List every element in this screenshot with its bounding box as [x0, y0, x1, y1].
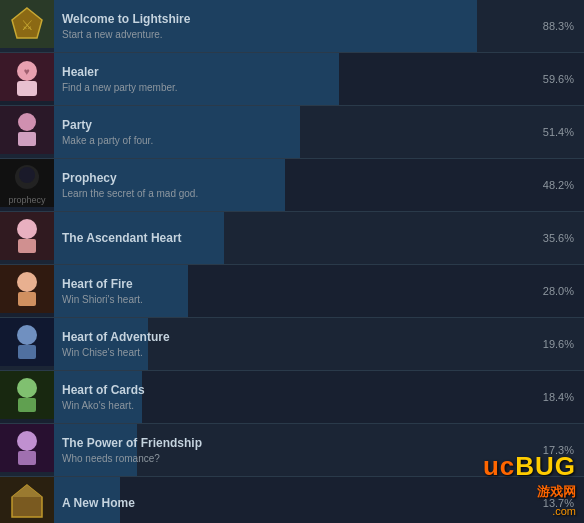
- achievement-list: ⚔Welcome to LightshireStart a new advent…: [0, 0, 584, 523]
- achievement-percent: 48.2%: [533, 159, 584, 211]
- achievement-desc: Make a party of four.: [62, 134, 525, 147]
- svg-point-21: [17, 325, 37, 345]
- achievement-icon-healer: ♥: [0, 53, 54, 105]
- achievement-percent: 19.6%: [533, 318, 584, 370]
- achievement-icon-welcome: ⚔: [0, 0, 54, 52]
- achievement-desc: Win Shiori's heart.: [62, 293, 525, 306]
- achievement-title: Welcome to Lightshire: [62, 11, 525, 28]
- achievement-title: Heart of Adventure: [62, 329, 525, 346]
- svg-rect-28: [18, 451, 36, 465]
- achievement-icon-newhome: [0, 477, 54, 523]
- achievement-title: Heart of Cards: [62, 382, 525, 399]
- achievement-percent: 17.3%: [533, 424, 584, 476]
- achievement-desc: Find a new party member.: [62, 81, 525, 94]
- achievement-row: The Ascendant Heart35.6%: [0, 212, 584, 265]
- achievement-desc: Start a new adventure.: [62, 28, 525, 41]
- achievement-percent: 59.6%: [533, 53, 584, 105]
- achievement-percent: 13.7%: [533, 477, 584, 523]
- svg-point-27: [17, 431, 37, 451]
- svg-rect-25: [18, 398, 36, 412]
- achievement-row: prophecyProphecyLearn the secret of a ma…: [0, 159, 584, 212]
- svg-point-15: [17, 219, 37, 239]
- achievement-title: Heart of Fire: [62, 276, 525, 293]
- svg-point-24: [17, 378, 37, 398]
- svg-point-8: [18, 113, 36, 131]
- achievement-percent: 51.4%: [533, 106, 584, 158]
- achievement-row: A New Home13.7%: [0, 477, 584, 523]
- svg-rect-16: [18, 239, 36, 253]
- achievement-percent: 88.3%: [533, 0, 584, 52]
- svg-text:⚔: ⚔: [21, 17, 34, 33]
- achievement-desc: Win Ako's heart.: [62, 399, 525, 412]
- achievement-percent: 18.4%: [533, 371, 584, 423]
- achievement-title: Healer: [62, 64, 525, 81]
- achievement-desc: Who needs romance?: [62, 452, 525, 465]
- achievement-icon-fire: [0, 265, 54, 317]
- achievement-icon-cards: [0, 371, 54, 423]
- achievement-desc: Learn the secret of a mad god.: [62, 187, 525, 200]
- achievement-row: PartyMake a party of four.51.4%: [0, 106, 584, 159]
- svg-rect-22: [18, 345, 36, 359]
- svg-rect-19: [18, 292, 36, 306]
- svg-text:♥: ♥: [24, 66, 30, 77]
- achievement-row: ⚔Welcome to LightshireStart a new advent…: [0, 0, 584, 53]
- achievement-icon-party: [0, 106, 54, 158]
- svg-rect-5: [17, 81, 37, 96]
- achievement-title: The Power of Friendship: [62, 435, 525, 452]
- achievement-row: ♥HealerFind a new party member.59.6%: [0, 53, 584, 106]
- achievement-icon-adventure: [0, 318, 54, 370]
- achievement-percent: 35.6%: [533, 212, 584, 264]
- svg-rect-9: [18, 132, 36, 146]
- achievement-icon-prophecy: prophecy: [0, 159, 54, 211]
- svg-point-12: [19, 167, 35, 183]
- achievement-title: A New Home: [62, 495, 525, 512]
- achievement-row: Heart of FireWin Shiori's heart.28.0%: [0, 265, 584, 318]
- achievement-title: Party: [62, 117, 525, 134]
- svg-text:prophecy: prophecy: [8, 195, 46, 205]
- achievement-icon-friendship: [0, 424, 54, 476]
- achievement-row: Heart of CardsWin Ako's heart.18.4%: [0, 371, 584, 424]
- achievement-title: The Ascendant Heart: [62, 230, 525, 247]
- achievement-row: Heart of AdventureWin Chise's heart.19.6…: [0, 318, 584, 371]
- achievement-percent: 28.0%: [533, 265, 584, 317]
- achievement-title: Prophecy: [62, 170, 525, 187]
- achievement-icon-ascendant: [0, 212, 54, 264]
- achievement-row: The Power of FriendshipWho needs romance…: [0, 424, 584, 477]
- achievement-desc: Win Chise's heart.: [62, 346, 525, 359]
- svg-point-18: [17, 272, 37, 292]
